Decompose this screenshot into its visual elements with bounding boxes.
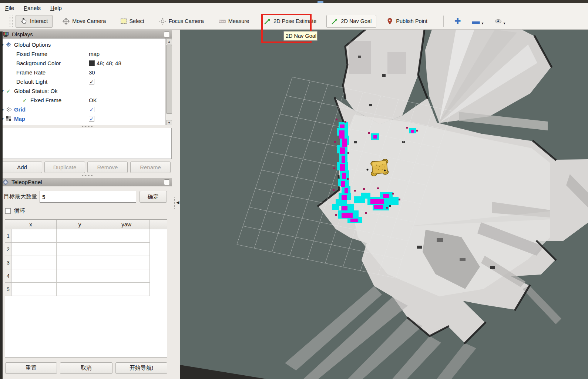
move-camera-tool-button[interactable]: Move Camera: [58, 15, 111, 28]
loop-checkbox[interactable]: [5, 208, 11, 214]
row-number: 5: [5, 283, 11, 296]
row-number: 4: [5, 269, 11, 283]
toolbar-drag-handle[interactable]: [10, 16, 13, 27]
map-pin-icon: [386, 18, 393, 25]
select-tool-button[interactable]: Select: [116, 15, 149, 27]
row-number: 2: [5, 243, 11, 256]
panel-float-button[interactable]: [164, 179, 170, 185]
collapse-left-arrow-icon[interactable]: ◀: [176, 200, 179, 205]
interact-tool-button[interactable]: Interact: [16, 15, 53, 28]
background-color-value[interactable]: 48; 48; 48: [97, 60, 121, 66]
goals-table: x y yaw 1 2 3 4 5: [5, 219, 167, 358]
panel-splitter-handle[interactable]: [0, 174, 172, 177]
splitter-dots: [82, 175, 93, 176]
confirm-button[interactable]: 确定: [140, 191, 167, 203]
add-tool-button[interactable]: ✚: [450, 15, 466, 27]
cell-x-2[interactable]: [11, 243, 57, 256]
teleop-panel-icon: [3, 179, 9, 185]
cell-yaw-4[interactable]: [103, 269, 150, 283]
tree-row-grid[interactable]: ▶ Grid ✓: [0, 105, 165, 114]
focus-camera-tool-button[interactable]: Focus Camera: [154, 15, 209, 28]
status-ok-check-icon: ✓: [21, 97, 28, 103]
visibility-tool-button[interactable]: ▾: [490, 14, 510, 28]
focus-camera-icon: [159, 18, 166, 25]
panel-float-button[interactable]: [164, 31, 170, 37]
cell-y-3[interactable]: [57, 256, 103, 269]
rviz-3d-viewport[interactable]: [180, 30, 588, 379]
cell-y-5[interactable]: [57, 283, 103, 296]
reset-button[interactable]: 重置: [5, 362, 57, 374]
pose-estimate-tool-button[interactable]: 2D Pose Estimate: [259, 15, 321, 28]
cancel-button[interactable]: 取消: [60, 362, 112, 374]
goals-table-header: x y yaw: [5, 220, 167, 229]
tree-row-global-status[interactable]: ▼ ✓ Global Status: Ok: [0, 86, 165, 96]
remove-display-button[interactable]: Remove: [87, 162, 128, 173]
start-navigation-button[interactable]: 开始导航!: [115, 362, 167, 374]
tree-scrollbar[interactable]: ▲ ▼: [165, 39, 172, 126]
nav-goal-tool-button[interactable]: 2D Nav Goal: [326, 15, 376, 28]
cell-y-2[interactable]: [57, 243, 103, 256]
tree-row-fixed-frame[interactable]: Fixed Frame map: [0, 49, 165, 59]
menu-panels[interactable]: Panels: [24, 5, 41, 11]
fixed-frame-status-value: OK: [89, 97, 97, 103]
rename-display-button[interactable]: Rename: [130, 162, 171, 173]
column-header-x[interactable]: x: [5, 220, 57, 229]
grid-display-icon: [5, 107, 12, 113]
loop-label: 循环: [14, 207, 25, 215]
tree-row-global-options[interactable]: ▼ Global Options: [0, 40, 165, 49]
cell-yaw-3[interactable]: [103, 256, 150, 269]
column-header-yaw[interactable]: yaw: [103, 220, 150, 229]
menu-file[interactable]: File: [5, 5, 14, 11]
cell-x-3[interactable]: [11, 256, 57, 269]
displays-panel-titlebar[interactable]: Displays: [0, 30, 172, 39]
green-arrow-icon: [264, 18, 271, 25]
teleop-button-row: 重置 取消 开始导航!: [0, 362, 172, 374]
panel-collapse-handle[interactable]: [174, 197, 175, 209]
displays-button-row: Add Duplicate Remove Rename: [0, 162, 172, 173]
scrollbar-thumb[interactable]: [166, 45, 172, 114]
hand-pointer-icon: [20, 18, 27, 25]
frame-rate-value[interactable]: 30: [89, 69, 95, 76]
teleop-panel-titlebar[interactable]: TeleopPanel: [0, 178, 172, 186]
cell-yaw-1[interactable]: [103, 229, 150, 243]
cell-x-4[interactable]: [11, 269, 57, 283]
cell-x-1[interactable]: [11, 229, 57, 243]
cell-yaw-5[interactable]: [103, 283, 150, 296]
publish-point-tool-button[interactable]: Publish Point: [382, 15, 432, 28]
desktop-edge: [0, 31, 3, 379]
splitter-dots: [82, 126, 93, 127]
default-light-checkbox[interactable]: ✓: [89, 79, 94, 84]
cell-y-1[interactable]: [57, 229, 103, 243]
display-description-box: [1, 128, 172, 159]
gear-icon: [5, 42, 12, 48]
duplicate-display-button[interactable]: Duplicate: [44, 162, 85, 173]
remove-tool-button[interactable]: ▬▾: [467, 14, 488, 28]
status-ok-check-icon: ✓: [5, 88, 12, 94]
map-enabled-checkbox[interactable]: ✓: [89, 116, 94, 122]
scroll-up-arrow-icon[interactable]: ▲: [166, 39, 172, 44]
max-goals-input[interactable]: [40, 191, 136, 203]
menu-bar: File Panels Help: [0, 3, 588, 13]
row-number: 1: [5, 229, 11, 243]
tree-row-background-color[interactable]: Background Color 48; 48; 48: [0, 59, 165, 68]
grid-enabled-checkbox[interactable]: ✓: [89, 107, 94, 112]
cell-x-5[interactable]: [11, 283, 57, 296]
scroll-down-arrow-icon[interactable]: ▼: [166, 120, 172, 126]
column-header-y[interactable]: y: [57, 220, 103, 229]
tree-row-map[interactable]: ▼ Map ✓: [0, 114, 165, 123]
tree-splitter-handle[interactable]: [0, 125, 172, 128]
fixed-frame-value[interactable]: map: [89, 51, 100, 57]
cell-y-4[interactable]: [57, 269, 103, 283]
tree-row-default-light[interactable]: Default Light ✓: [0, 77, 165, 86]
color-swatch[interactable]: [89, 60, 95, 66]
displays-panel-title: Displays: [12, 31, 33, 37]
menu-help[interactable]: Help: [50, 5, 62, 11]
measure-tool-button[interactable]: Measure: [214, 15, 254, 28]
minus-icon: ▬: [472, 18, 480, 24]
green-arrow-icon: [331, 18, 338, 25]
add-display-button[interactable]: Add: [2, 162, 42, 173]
cell-yaw-2[interactable]: [103, 243, 150, 256]
tree-row-frame-rate[interactable]: Frame Rate 30: [0, 68, 165, 77]
tree-row-status-fixed-frame[interactable]: ✓ Fixed Frame OK: [0, 96, 165, 105]
select-box-icon: [121, 19, 127, 24]
